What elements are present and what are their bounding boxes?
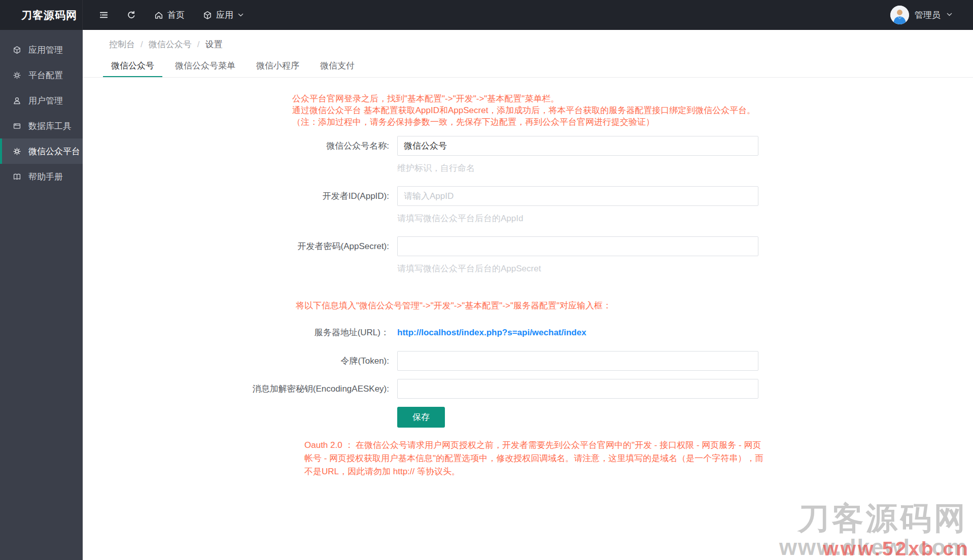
- notice-line: （注：添加过程中，请务必保持参数一致，先保存下边配置，再到公众平台官网进行提交验…: [292, 116, 973, 128]
- book-icon: [13, 172, 21, 181]
- account-name-field: 维护标识，自行命名: [397, 136, 758, 174]
- notice-line: 通过微信公众平台 基本配置获取AppID和AppSecret，添加成功后，将本平…: [292, 104, 973, 116]
- server-url-label: 服务器地址(URL)：: [83, 327, 397, 339]
- form-row-token: 令牌(Token):: [83, 351, 973, 371]
- form-row-appsecret: 开发者密码(AppSecret): 请填写微信公众平台后台的AppSecret: [83, 236, 973, 274]
- topbar: 刀客源码网: [0, 0, 973, 30]
- breadcrumb-separator: /: [197, 40, 200, 50]
- settings-form-panel: 公众平台官网登录之后，找到"基本配置"->"开发"->"基本配置"菜单栏。 通过…: [83, 78, 973, 478]
- cube-icon: [203, 11, 212, 20]
- appsecret-input[interactable]: [397, 236, 758, 256]
- save-button[interactable]: 保存: [397, 407, 445, 428]
- form-row-aeskey: 消息加解密秘钥(EncodingAESKey):: [83, 379, 973, 399]
- breadcrumb-separator: /: [141, 40, 143, 50]
- appid-hint: 请填写微信公众平台后台的AppId: [397, 213, 758, 224]
- server-url-link[interactable]: http://localhost/index.php?s=api/wechat/…: [397, 327, 586, 339]
- aeskey-input[interactable]: [397, 379, 758, 399]
- server-url-field: http://localhost/index.php?s=api/wechat/…: [397, 327, 758, 339]
- topbar-nav: 首页 应用: [99, 9, 244, 21]
- sidebar-item-help-manual[interactable]: 帮助手册: [0, 164, 83, 189]
- sidebar-item-app-management[interactable]: 应用管理: [0, 37, 83, 62]
- breadcrumb-item-settings: 设置: [205, 39, 222, 50]
- form-row-account-name: 微信公众号名称: 维护标识，自行命名: [83, 136, 973, 174]
- sidebar-item-platform-config[interactable]: 平台配置: [0, 62, 83, 88]
- app-nav-label: 应用: [216, 9, 233, 21]
- token-input[interactable]: [397, 351, 758, 371]
- breadcrumb: 控制台 / 微信公众号 / 设置: [83, 30, 973, 50]
- home-icon: [154, 11, 163, 20]
- sidebar-item-wechat-platform[interactable]: 微信公众平台: [0, 138, 83, 164]
- aeskey-field: [397, 379, 758, 399]
- cube-icon: [13, 46, 21, 54]
- instruction-notice-mid: 将以下信息填入"微信公众号管理"->"开发"->"基本配置"->"服务器配置"对…: [296, 300, 973, 311]
- sidebar-item-label: 数据库工具: [28, 120, 72, 132]
- form-row-server-url: 服务器地址(URL)： http://localhost/index.php?s…: [83, 327, 973, 339]
- avatar: [890, 6, 909, 24]
- app-window: 刀客源码网: [0, 0, 973, 560]
- tab-bar: 微信公众号 微信公众号菜单 微信小程序 微信支付: [83, 55, 973, 78]
- collapse-menu-icon: [99, 10, 109, 20]
- home-nav-item[interactable]: 首页: [154, 9, 185, 21]
- home-nav-label: 首页: [167, 9, 185, 21]
- instruction-notice-top: 公众平台官网登录之后，找到"基本配置"->"开发"->"基本配置"菜单栏。 通过…: [292, 93, 973, 128]
- breadcrumb-item-wechat-account[interactable]: 微信公众号: [149, 39, 192, 50]
- breadcrumb-item-console[interactable]: 控制台: [109, 39, 135, 50]
- window-icon: [13, 122, 21, 130]
- sidebar-item-user-management[interactable]: 用户管理: [0, 88, 83, 113]
- app-nav-item[interactable]: 应用: [203, 9, 244, 21]
- appid-label: 开发者ID(AppID):: [83, 186, 397, 206]
- token-field: [397, 351, 758, 371]
- account-name-input[interactable]: [397, 136, 758, 156]
- form-row-appid: 开发者ID(AppID): 请填写微信公众平台后台的AppId: [83, 186, 973, 224]
- appid-input[interactable]: [397, 186, 758, 206]
- gear-icon: [13, 71, 21, 80]
- notice-line: 公众平台官网登录之后，找到"基本配置"->"开发"->"基本配置"菜单栏。: [292, 93, 973, 104]
- gear-icon: [13, 147, 21, 156]
- sidebar-item-label: 帮助手册: [28, 171, 63, 183]
- app-logo: 刀客源码网: [0, 0, 83, 30]
- user-name-label: 管理员: [915, 9, 941, 21]
- sidebar-item-label: 用户管理: [28, 95, 63, 107]
- tab-wechat-pay[interactable]: 微信支付: [312, 55, 363, 77]
- user-menu[interactable]: 管理员: [890, 6, 953, 24]
- aeskey-label: 消息加解密秘钥(EncodingAESKey):: [83, 379, 397, 399]
- sidebar: 应用管理 平台配置 用户管理: [0, 30, 83, 560]
- appid-field: 请填写微信公众平台后台的AppId: [397, 186, 758, 224]
- main-content: 控制台 / 微信公众号 / 设置 微信公众号 微信公众号菜单 微信小程序 微信支…: [83, 30, 973, 560]
- refresh-button[interactable]: [127, 11, 136, 20]
- chevron-down-icon: [946, 10, 953, 20]
- tab-wechat-official-account[interactable]: 微信公众号: [103, 55, 162, 77]
- user-icon: [13, 96, 21, 105]
- appsecret-field: 请填写微信公众平台后台的AppSecret: [397, 236, 758, 274]
- account-name-label: 微信公众号名称:: [83, 136, 397, 156]
- sidebar-item-label: 微信公众平台: [28, 146, 80, 157]
- chevron-down-icon: [237, 12, 244, 18]
- account-name-hint: 维护标识，自行命名: [397, 162, 758, 174]
- appsecret-label: 开发者密码(AppSecret):: [83, 236, 397, 256]
- refresh-icon: [127, 11, 136, 20]
- sidebar-item-label: 应用管理: [28, 44, 63, 56]
- save-row: 保存: [397, 407, 973, 428]
- token-label: 令牌(Token):: [83, 351, 397, 371]
- collapse-menu-button[interactable]: [99, 10, 109, 20]
- appsecret-hint: 请填写微信公众平台后台的AppSecret: [397, 263, 758, 274]
- sidebar-item-database-tools[interactable]: 数据库工具: [0, 113, 83, 138]
- tab-wechat-account-menu[interactable]: 微信公众号菜单: [167, 55, 244, 77]
- tab-wechat-mini-program[interactable]: 微信小程序: [248, 55, 307, 77]
- oauth-notice: Oauth 2.0 ： 在微信公众号请求用户网页授权之前，开发者需要先到公众平台…: [304, 439, 766, 478]
- sidebar-item-label: 平台配置: [28, 69, 63, 81]
